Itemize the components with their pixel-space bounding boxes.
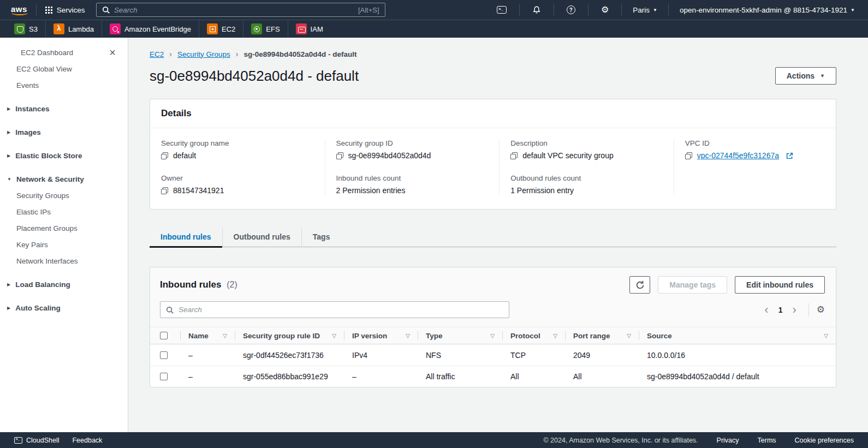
- row-checkbox[interactable]: [160, 373, 168, 380]
- tab-tags[interactable]: Tags: [301, 228, 341, 248]
- sidebar-section-instances[interactable]: ▶ Instances: [0, 100, 128, 117]
- sidebar-item-placement-groups[interactable]: Placement Groups: [0, 220, 128, 236]
- edit-inbound-rules-button[interactable]: Edit inbound rules: [735, 276, 825, 294]
- vpc-id-link[interactable]: vpc-02744f5e9fc31267a: [697, 151, 779, 160]
- tab-outbound-rules[interactable]: Outbound rules: [222, 228, 301, 248]
- filter-icon[interactable]: ▽: [332, 333, 336, 339]
- aws-logo[interactable]: aws: [8, 4, 31, 16]
- cell-ip-version: IPv4: [344, 351, 418, 360]
- help-button[interactable]: ?: [560, 5, 582, 14]
- filter-icon[interactable]: ▽: [406, 333, 410, 339]
- field-vpc-id: VPC ID vpc-02744f5e9fc31267a: [685, 139, 825, 160]
- filter-icon[interactable]: ▽: [223, 333, 227, 339]
- favorite-eventbridge[interactable]: Amazon EventBridge: [102, 20, 199, 38]
- divider: [588, 4, 588, 16]
- section-label: Auto Scaling: [15, 304, 61, 312]
- chevron-right-icon: ▶: [7, 106, 10, 111]
- filter-icon[interactable]: ▽: [553, 333, 557, 339]
- section-label: Elastic Block Store: [15, 152, 82, 160]
- footer-cloudshell-button[interactable]: CloudShell: [8, 437, 66, 444]
- favorite-efs[interactable]: EFS: [243, 20, 287, 38]
- settings-button[interactable]: ⚙: [594, 5, 616, 14]
- rules-count: (2): [227, 280, 237, 289]
- sidebar-section-elastic-block-store[interactable]: ▶ Elastic Block Store: [0, 147, 128, 164]
- gear-icon: ⚙: [601, 5, 609, 14]
- sidebar-item-events[interactable]: Events: [0, 77, 128, 93]
- favorite-iam[interactable]: IAM: [288, 20, 331, 38]
- feedback-label: Feedback: [72, 437, 102, 444]
- sidebar-item-key-pairs[interactable]: Key Pairs: [0, 236, 128, 253]
- iam-icon: [296, 23, 307, 34]
- region-selector[interactable]: Paris▼: [627, 6, 663, 14]
- copy-icon[interactable]: [161, 152, 168, 159]
- services-menu[interactable]: Services: [42, 6, 88, 14]
- field-value: 881547341921: [173, 186, 224, 195]
- column-header-protocol[interactable]: Protocol▽: [502, 327, 565, 344]
- terminal-icon: [497, 6, 507, 14]
- column-header-type[interactable]: Type▽: [418, 327, 502, 344]
- filter-icon[interactable]: ▽: [627, 333, 631, 339]
- column-label: Security group rule ID: [243, 332, 320, 340]
- sidebar-item-network-interfaces[interactable]: Network Interfaces: [0, 253, 128, 269]
- copy-icon[interactable]: [161, 187, 168, 194]
- refresh-button[interactable]: [629, 276, 650, 294]
- column-header-source[interactable]: Source▽: [639, 327, 836, 344]
- column-header-rule-id[interactable]: Security group rule ID▽: [235, 327, 344, 344]
- notifications-button[interactable]: [525, 5, 548, 14]
- breadcrumb-security-groups[interactable]: Security Groups: [177, 50, 230, 58]
- actions-button[interactable]: Actions ▼: [775, 67, 836, 85]
- global-search[interactable]: [Alt+S]: [96, 3, 385, 17]
- sidebar-item-ec2-global-view[interactable]: EC2 Global View: [0, 61, 128, 77]
- field-value: default VPC security group: [522, 151, 614, 160]
- favorite-lambda[interactable]: Lambda: [45, 20, 102, 38]
- footer-link-terms[interactable]: Terms: [758, 437, 776, 444]
- account-menu[interactable]: open-environment-5xkhf-admin @ 8815-4734…: [674, 6, 860, 14]
- favorite-ec2[interactable]: EC2: [199, 20, 243, 38]
- cloudshell-button[interactable]: [490, 6, 514, 14]
- lambda-icon: [53, 23, 64, 34]
- close-icon[interactable]: ×: [109, 47, 116, 58]
- field-security-group-name: Security group name default: [161, 139, 314, 160]
- copy-icon[interactable]: [336, 152, 343, 159]
- sidebar-section-auto-scaling[interactable]: ▶ Auto Scaling: [0, 300, 128, 316]
- copy-icon[interactable]: [510, 152, 518, 159]
- filter-icon[interactable]: ▽: [824, 333, 828, 339]
- breadcrumb-ec2[interactable]: EC2: [150, 50, 164, 58]
- column-header-name[interactable]: Name▽: [180, 327, 235, 344]
- footer-feedback-button[interactable]: Feedback: [66, 437, 109, 444]
- page-number[interactable]: 1: [775, 306, 786, 314]
- field-owner: Owner 881547341921: [161, 174, 314, 195]
- sidebar-item-elastic-ips[interactable]: Elastic IPs: [0, 204, 128, 220]
- filter-icon[interactable]: ▽: [490, 333, 495, 339]
- rules-search[interactable]: [160, 301, 509, 318]
- favorite-s3[interactable]: S3: [7, 20, 45, 38]
- sidebar-section-images[interactable]: ▶ Images: [0, 124, 128, 140]
- previous-page-icon[interactable]: ‹: [760, 304, 772, 316]
- sidebar-item-ec2-dashboard[interactable]: EC2 Dashboard: [16, 44, 73, 61]
- sidebar-item-security-groups[interactable]: Security Groups: [0, 187, 128, 204]
- row-checkbox[interactable]: [160, 351, 168, 359]
- question-icon: ?: [567, 5, 575, 14]
- breadcrumb-current: sg-0e8994bd4052a0d4d - default: [243, 50, 356, 58]
- sidebar-section-network-security[interactable]: ▼ Network & Security: [0, 171, 128, 187]
- global-search-input[interactable]: [114, 6, 354, 14]
- rules-search-input[interactable]: [179, 306, 503, 314]
- column-header-port-range[interactable]: Port range▽: [565, 327, 639, 344]
- chevron-down-icon: ▼: [820, 73, 825, 79]
- sidebar: EC2 Dashboard × EC2 Global View Events ▶…: [0, 38, 128, 432]
- field-description: Description default VPC security group: [510, 139, 663, 160]
- footer-link-privacy[interactable]: Privacy: [717, 437, 739, 444]
- manage-tags-button[interactable]: Manage tags: [658, 276, 727, 294]
- copy-icon[interactable]: [685, 152, 692, 159]
- field-label: Security group name: [161, 139, 314, 147]
- column-header-ip-version[interactable]: IP version▽: [344, 327, 418, 344]
- chevron-down-icon: ▼: [653, 8, 657, 13]
- next-page-icon[interactable]: ›: [788, 304, 800, 316]
- tab-inbound-rules[interactable]: Inbound rules: [150, 228, 222, 248]
- chevron-right-icon: ▶: [7, 130, 10, 135]
- sidebar-section-load-balancing[interactable]: ▶ Load Balancing: [0, 276, 128, 292]
- select-all-checkbox[interactable]: [160, 332, 168, 339]
- footer-link-cookie-preferences[interactable]: Cookie preferences: [795, 437, 854, 444]
- bell-icon: [532, 5, 541, 14]
- table-settings-icon[interactable]: ⚙: [817, 305, 825, 314]
